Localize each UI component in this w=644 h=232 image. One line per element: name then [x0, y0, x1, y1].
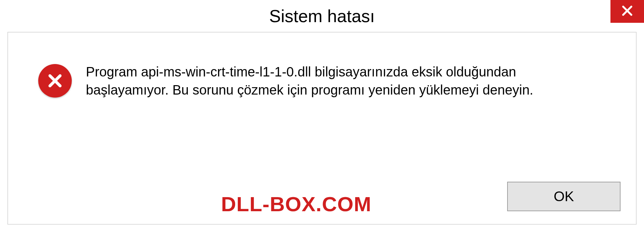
close-icon [620, 4, 634, 19]
error-message: Program api-ms-win-crt-time-l1-1-0.dll b… [86, 63, 602, 99]
message-row: Program api-ms-win-crt-time-l1-1-0.dll b… [38, 63, 602, 99]
dialog-title: Sistem hatası [269, 6, 375, 26]
error-icon [38, 64, 72, 98]
close-button[interactable] [610, 0, 644, 23]
titlebar: Sistem hatası [0, 0, 644, 32]
dialog-content: Program api-ms-win-crt-time-l1-1-0.dll b… [7, 32, 637, 225]
watermark-text: DLL-BOX.COM [221, 192, 371, 216]
ok-button-label: OK [554, 188, 574, 205]
ok-button[interactable]: OK [507, 182, 621, 211]
